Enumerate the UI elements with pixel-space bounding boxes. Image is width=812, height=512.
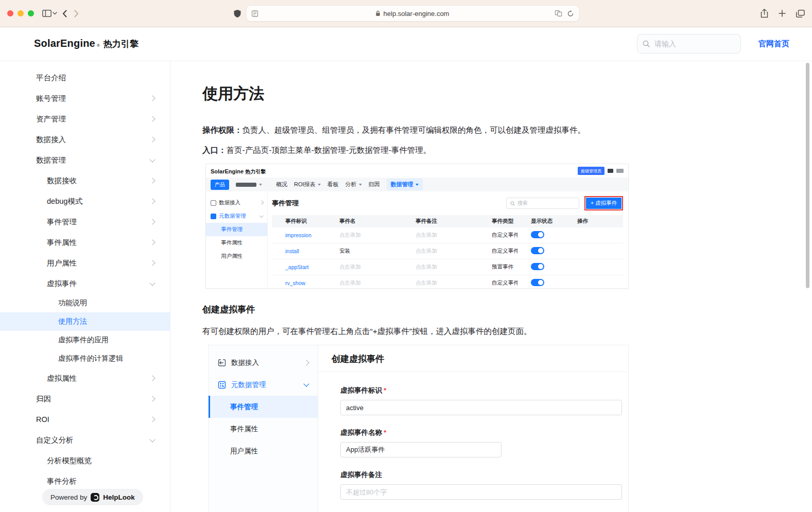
sidebar-chevron-down-icon[interactable] (53, 6, 57, 21)
chevron-right-icon (259, 201, 263, 205)
shot2-side-event-management[interactable]: 事件管理 (209, 396, 318, 418)
address-bar[interactable]: help.solar-engine.com (246, 6, 579, 21)
shot1-side-metadata[interactable]: 元数据管理 (206, 209, 267, 223)
site-search-input[interactable] (653, 39, 735, 48)
sidebar-item-usage-active[interactable]: 使用方法 (0, 312, 170, 331)
table-row: install 安装 点击添加 自定义事件 (272, 243, 623, 259)
site-search-box[interactable] (637, 34, 741, 54)
powered-by-helplook-badge[interactable]: Powered by HelpLook (42, 489, 143, 505)
shot2-sidebar: 数据接入 元数据管理 事件管理 事件属性 用户属性 (209, 345, 318, 512)
shot1-sidebar: 数据接入 元数据管理 事件管理 事件属性 用户属性 (206, 191, 268, 288)
nav-dashboard[interactable]: 看板 (327, 181, 339, 188)
chevron-down-icon (303, 381, 309, 386)
forward-icon[interactable] (74, 6, 79, 21)
shield-extension-icon[interactable] (233, 9, 241, 18)
nav-attribution[interactable]: 归因 (369, 181, 380, 188)
page-scrollbar[interactable] (806, 63, 809, 288)
sidebar-item-account[interactable]: 账号管理 (0, 88, 170, 109)
table-row: impression 点击添加 点击添加 自定义事件 (272, 227, 623, 243)
sidebar-item-debug-mode[interactable]: debug模式 (0, 191, 170, 211)
sidebar-item-data-ingest[interactable]: 数据接入 (0, 129, 170, 150)
sidebar-item-feature-desc[interactable]: 功能说明 (0, 294, 170, 312)
sidebar-item-platform-intro[interactable]: 平台介绍 (0, 67, 170, 88)
minimize-window-button[interactable] (18, 10, 24, 16)
caret-down-icon (259, 184, 262, 186)
official-home-link[interactable]: 官网首页 (758, 39, 789, 49)
sidebar-item-virtual-attrs[interactable]: 虚拟属性 (0, 368, 170, 389)
toggle-on[interactable] (531, 231, 544, 238)
reload-icon[interactable] (567, 10, 574, 17)
toggle-on[interactable] (531, 279, 544, 286)
virtual-event-id-input[interactable] (340, 400, 622, 415)
translate-icon[interactable] (555, 10, 562, 16)
shot1-side-data-ingest[interactable]: 数据接入 (206, 196, 267, 209)
permission-paragraph: 操作权限：负责人、超级管理员、组管理员，及拥有事件管理可编辑权限的角色，可以创建… (202, 124, 812, 136)
zoom-window-button[interactable] (28, 10, 34, 16)
sidebar-item-event-management[interactable]: 事件管理 (0, 211, 170, 232)
shot1-side-event-attrs[interactable]: 事件属性 (206, 236, 267, 250)
metadata-icon (218, 381, 226, 389)
nav-roi-report[interactable]: ROI报表 (294, 181, 321, 188)
admin-role-badge: 超级管理员 (578, 167, 604, 175)
shot2-side-data-ingest[interactable]: 数据接入 (209, 351, 318, 374)
new-tab-plus-icon[interactable] (779, 6, 786, 21)
logo-cn-text: 热力引擎 (103, 38, 139, 50)
toggle-on[interactable] (531, 263, 544, 270)
sidebar-item-data-management[interactable]: 数据管理 (0, 150, 170, 170)
lock-icon (376, 10, 381, 16)
sidebar-item-event-analysis[interactable]: 事件分析 (0, 471, 170, 491)
shot2-side-metadata[interactable]: 元数据管理 (209, 374, 318, 396)
chevron-down-icon (149, 156, 155, 162)
sidebar-item-analysis-model-overview[interactable]: 分析模型概览 (0, 450, 170, 471)
field-virtual-event-name: 虚拟事件名称* (340, 428, 622, 457)
sidebar-item-virtual-event-logic[interactable]: 虚拟事件的计算逻辑 (0, 349, 170, 368)
metadata-icon (211, 214, 216, 219)
sidebar-item-assets[interactable]: 资产管理 (0, 109, 170, 129)
shot1-side-event-management[interactable]: 事件管理 (206, 223, 267, 236)
shot1-search-box[interactable]: 搜索 (506, 198, 579, 209)
sidebar-item-event-attrs[interactable]: 事件属性 (0, 232, 170, 253)
chevron-right-icon (149, 260, 155, 266)
app-selector[interactable] (236, 183, 262, 187)
shot1-side-user-attrs[interactable]: 用户属性 (206, 250, 267, 263)
sidebar-item-user-attrs[interactable]: 用户属性 (0, 253, 170, 273)
back-icon[interactable] (62, 6, 67, 21)
shot1-logo: SolarEngine热力引擎 (211, 166, 266, 175)
section-title-create-virtual-event: 创建虚拟事件 (202, 304, 812, 315)
sidebar-item-custom-analysis[interactable]: 自定义分析 (0, 430, 170, 450)
nav-data-management-active[interactable]: 数据管理 (387, 179, 423, 190)
shot1-top-nav: 产品 概况 ROI报表 看板 分析 归因 数据管理 (206, 178, 628, 191)
sidebar-toggle-icon[interactable] (42, 6, 51, 21)
red-highlight-box: + 虚拟事件 (584, 196, 623, 210)
chevron-right-icon (149, 178, 155, 183)
site-logo[interactable]: SolarEngine® 热力引擎 (34, 38, 139, 50)
table-row: rv_show 点击添加 点击添加 自定义事件 (272, 275, 623, 288)
chevron-right-icon (149, 396, 155, 401)
close-window-button[interactable] (7, 10, 13, 16)
sidebar-item-roi[interactable]: ROI (0, 409, 170, 430)
reader-icon[interactable] (251, 10, 258, 17)
virtual-event-note-input[interactable] (340, 484, 622, 500)
caret-down-icon (416, 184, 419, 186)
nav-analysis[interactable]: 分析 (345, 181, 362, 188)
product-button[interactable]: 产品 (211, 180, 229, 190)
shot2-side-user-attrs[interactable]: 用户属性 (209, 440, 318, 462)
add-virtual-event-button[interactable]: + 虚拟事件 (586, 198, 621, 209)
shot2-panel-title: 创建虚拟事件 (318, 345, 628, 372)
chevron-right-icon (149, 416, 155, 422)
nav-overview[interactable]: 概况 (276, 181, 287, 188)
sidebar-item-virtual-events[interactable]: 虚拟事件 (0, 273, 170, 294)
sidebar-item-data-receive[interactable]: 数据接收 (0, 170, 170, 191)
page-title: 使用方法 (202, 83, 812, 104)
browser-chrome: help.solar-engine.com (0, 0, 812, 27)
sidebar-item-virtual-event-apps[interactable]: 虚拟事件的应用 (0, 331, 170, 349)
virtual-event-name-input[interactable] (340, 442, 502, 457)
tab-overview-icon[interactable] (796, 6, 805, 21)
chevron-down-icon (149, 280, 155, 286)
ingest-icon (211, 200, 216, 206)
share-icon[interactable] (761, 6, 768, 21)
shot2-side-event-attrs[interactable]: 事件属性 (209, 418, 318, 440)
toggle-on[interactable] (531, 247, 544, 254)
sidebar-item-attribution[interactable]: 归因 (0, 389, 170, 409)
chevron-down-icon (149, 436, 155, 442)
